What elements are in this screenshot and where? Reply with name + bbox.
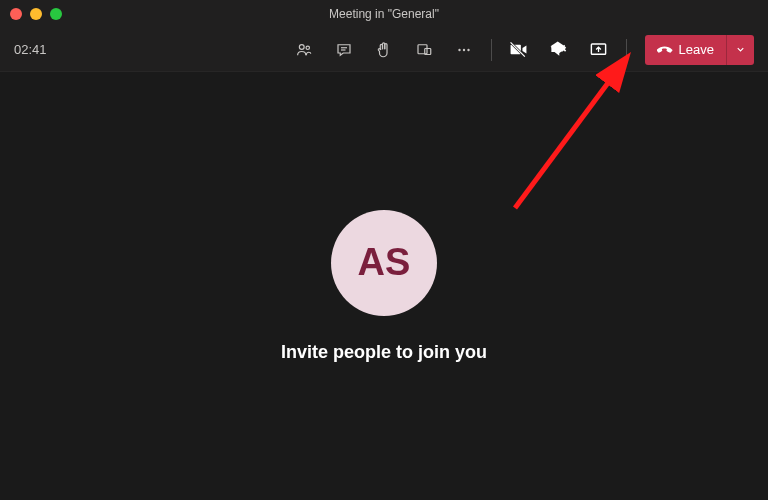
leave-button[interactable]: Leave	[645, 35, 726, 65]
svg-point-8	[467, 48, 469, 50]
share-screen-icon[interactable]	[584, 35, 614, 65]
toolbar-divider	[491, 39, 492, 61]
titlebar: Meeting in "General"	[0, 0, 768, 28]
meeting-toolbar: 02:41	[0, 28, 768, 72]
participant-avatar: AS	[331, 210, 437, 316]
raise-hand-icon[interactable]	[369, 35, 399, 65]
leave-options-button[interactable]	[726, 35, 754, 65]
avatar-initials: AS	[358, 241, 411, 284]
meeting-window: Meeting in "General" 02:41	[0, 0, 768, 500]
svg-point-7	[462, 48, 464, 50]
svg-rect-4	[418, 44, 427, 53]
participants-icon[interactable]	[289, 35, 319, 65]
svg-point-1	[306, 46, 309, 49]
more-actions-icon[interactable]	[449, 35, 479, 65]
svg-point-0	[299, 44, 304, 49]
svg-point-6	[458, 48, 460, 50]
meeting-stage: AS Invite people to join you	[0, 72, 768, 500]
chevron-down-icon	[735, 44, 746, 55]
invite-prompt: Invite people to join you	[281, 342, 487, 363]
minimize-window-button[interactable]	[30, 8, 42, 20]
toolbar-divider	[626, 39, 627, 61]
leave-button-group: Leave	[645, 35, 754, 65]
maximize-window-button[interactable]	[50, 8, 62, 20]
window-controls	[10, 8, 62, 20]
window-title: Meeting in "General"	[329, 7, 439, 21]
mic-muted-icon[interactable]	[544, 35, 574, 65]
chat-icon[interactable]	[329, 35, 359, 65]
camera-off-icon[interactable]	[504, 35, 534, 65]
call-duration: 02:41	[14, 42, 47, 57]
leave-label: Leave	[679, 42, 714, 57]
rooms-icon[interactable]	[409, 35, 439, 65]
close-window-button[interactable]	[10, 8, 22, 20]
hangup-icon	[657, 42, 673, 58]
